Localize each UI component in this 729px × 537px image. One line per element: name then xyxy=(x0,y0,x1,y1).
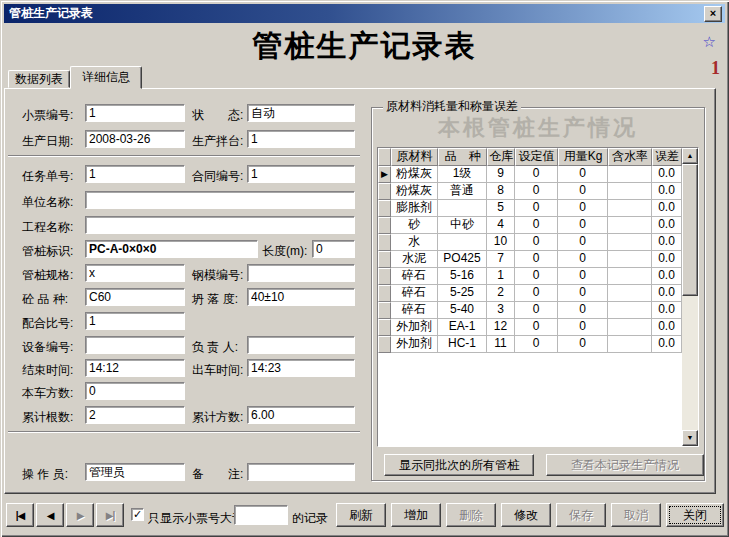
end-time-input[interactable] xyxy=(85,359,185,377)
table-cell: 0 xyxy=(515,251,558,268)
view-record-button[interactable]: 查看本记录生产情况 xyxy=(546,454,704,476)
scroll-up-icon[interactable]: ▲ xyxy=(682,148,698,164)
materials-tbody: ▶粉煤灰1级9000.0粉煤灰普通8000.0膨胀剂5000.0砂中砂4000.… xyxy=(378,166,698,353)
table-row[interactable]: 粉煤灰普通8000.0 xyxy=(378,183,698,200)
tab-data-list[interactable]: 数据列表 xyxy=(8,70,70,88)
table-cell: 碎石 xyxy=(391,268,438,285)
row-selector[interactable] xyxy=(378,183,391,200)
row-selector[interactable] xyxy=(378,217,391,234)
end-time-label: 结束时间: xyxy=(22,362,73,378)
manager-input[interactable] xyxy=(247,336,355,354)
slump-input[interactable] xyxy=(247,288,355,306)
table-row[interactable]: 砂中砂4000.0 xyxy=(378,217,698,234)
close-button[interactable]: 关闭 xyxy=(666,503,724,527)
scroll-thumb[interactable] xyxy=(682,164,698,296)
concrete-type-input[interactable] xyxy=(85,288,185,306)
concrete-type-label: 砼 品 种: xyxy=(22,291,68,307)
column-header[interactable]: 设定值 xyxy=(515,148,558,166)
table-row[interactable]: 碎石5-252000.0 xyxy=(378,285,698,302)
table-cell: 1级 xyxy=(438,166,487,183)
length-input[interactable] xyxy=(312,240,355,258)
prod-date-input[interactable] xyxy=(85,130,185,148)
equip-no-input[interactable] xyxy=(85,336,185,354)
mix-station-input[interactable] xyxy=(247,130,355,148)
filter-label-after: 的记录 xyxy=(292,510,328,526)
column-header[interactable]: 误差 xyxy=(652,148,682,166)
total-volume-input[interactable] xyxy=(247,406,355,424)
delete-button[interactable]: 删除 xyxy=(446,503,496,527)
table-cell: 5-40 xyxy=(438,302,487,319)
table-row[interactable]: 外加剂HC-111000.0 xyxy=(378,336,698,353)
row-selector[interactable] xyxy=(378,200,391,217)
pile-spec-input[interactable] xyxy=(85,264,185,282)
refresh-button[interactable]: 刷新 xyxy=(336,503,386,527)
tab-detail-info[interactable]: 详细信息 xyxy=(70,66,142,89)
column-header[interactable]: 含水率 xyxy=(608,148,652,166)
show-batch-button[interactable]: 显示同批次的所有管桩 xyxy=(384,454,534,476)
table-row[interactable]: 外加剂EA-112000.0 xyxy=(378,319,698,336)
table-row[interactable]: ▶粉煤灰1级9000.0 xyxy=(378,166,698,183)
materials-table[interactable]: 原材料品 种仓库设定值用量Kg含水率误差 ▶粉煤灰1级9000.0粉煤灰普通80… xyxy=(377,147,699,447)
row-selector[interactable] xyxy=(378,251,391,268)
column-header[interactable]: 仓库 xyxy=(487,148,515,166)
scroll-down-icon[interactable]: ▼ xyxy=(682,430,698,446)
remark-input[interactable] xyxy=(247,463,355,481)
operator-input[interactable] xyxy=(85,463,185,481)
table-row[interactable]: 水泥PO4257000.0 xyxy=(378,251,698,268)
add-button[interactable]: 增加 xyxy=(391,503,441,527)
row-selector[interactable]: ▶ xyxy=(378,166,391,183)
cancel-button[interactable]: 取消 xyxy=(611,503,661,527)
table-cell: 0.0 xyxy=(652,336,682,353)
row-selector[interactable] xyxy=(378,319,391,336)
status-input[interactable] xyxy=(247,104,355,122)
row-selector[interactable] xyxy=(378,234,391,251)
nav-next-button[interactable]: ▶ xyxy=(66,503,94,527)
operator-label: 操 作 员: xyxy=(22,466,68,482)
pile-id-label: 管桩标识: xyxy=(22,243,73,259)
pile-id-input[interactable] xyxy=(85,240,258,258)
nav-first-button[interactable]: |◀ xyxy=(6,503,34,527)
project-name-input[interactable] xyxy=(85,216,355,234)
table-row[interactable]: 水10000.0 xyxy=(378,234,698,251)
nav-prev-button[interactable]: ◀ xyxy=(36,503,64,527)
table-cell xyxy=(608,319,652,336)
row-selector[interactable] xyxy=(378,285,391,302)
save-button[interactable]: 保存 xyxy=(556,503,606,527)
nav-last-button[interactable]: ▶| xyxy=(96,503,124,527)
mold-no-input[interactable] xyxy=(247,264,355,282)
close-icon[interactable]: × xyxy=(704,6,722,22)
table-scrollbar[interactable]: ▲ ▼ xyxy=(682,148,698,446)
table-cell: 外加剂 xyxy=(391,319,438,336)
depart-time-input[interactable] xyxy=(247,359,355,377)
table-row[interactable]: 碎石5-161000.0 xyxy=(378,268,698,285)
depart-time-label: 出车时间: xyxy=(192,362,243,378)
mix-ratio-input[interactable] xyxy=(85,312,185,330)
window-title: 管桩生产记录表 xyxy=(9,6,93,20)
unit-name-input[interactable] xyxy=(85,191,355,209)
titlebar[interactable]: 管桩生产记录表 × xyxy=(4,4,725,23)
contract-no-input[interactable] xyxy=(247,165,355,183)
filter-input[interactable] xyxy=(234,505,288,525)
table-cell xyxy=(438,200,487,217)
table-row[interactable]: 碎石5-403000.0 xyxy=(378,302,698,319)
truck-volume-input[interactable] xyxy=(85,382,185,400)
table-cell xyxy=(608,251,652,268)
row-selector[interactable] xyxy=(378,336,391,353)
modify-button[interactable]: 修改 xyxy=(501,503,551,527)
column-header[interactable]: 用量Kg xyxy=(558,148,608,166)
column-header[interactable]: 原材料 xyxy=(391,148,438,166)
task-no-input[interactable] xyxy=(85,165,185,183)
table-row[interactable]: 膨胀剂5000.0 xyxy=(378,200,698,217)
table-cell: 0.0 xyxy=(652,200,682,217)
filter-checkbox[interactable]: ✓ xyxy=(131,508,144,521)
manager-label: 负 责 人: xyxy=(192,339,238,355)
row-selector[interactable] xyxy=(378,268,391,285)
table-cell xyxy=(608,166,652,183)
table-cell: 0.0 xyxy=(652,302,682,319)
table-cell xyxy=(608,268,652,285)
column-header[interactable]: 品 种 xyxy=(438,148,487,166)
ticket-no-input[interactable] xyxy=(85,104,185,122)
row-selector[interactable] xyxy=(378,302,391,319)
filter-label-before: 只显示小票号大于 xyxy=(148,510,244,526)
total-piles-input[interactable] xyxy=(85,406,185,424)
